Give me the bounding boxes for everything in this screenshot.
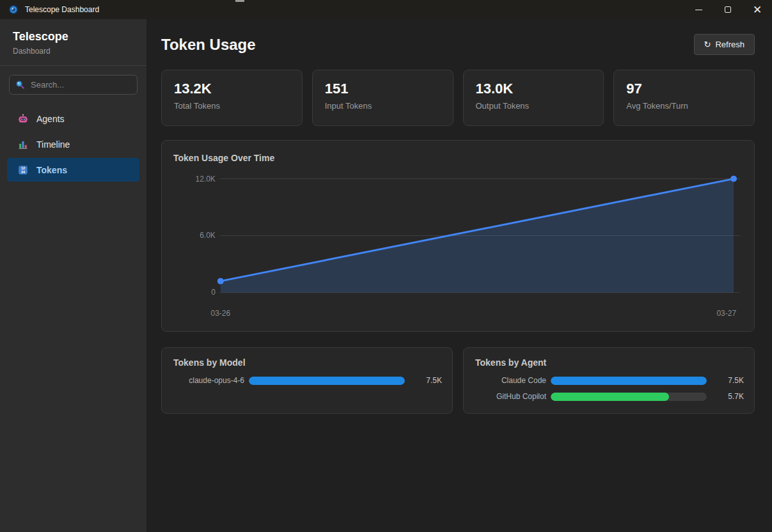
bar-label: claude-opus-4-6 [173, 376, 244, 385]
sidebar-item-timeline[interactable]: Timeline [7, 132, 139, 156]
bar-fill [551, 393, 669, 401]
app-name: Telescope [13, 30, 134, 43]
close-icon: ✕ [753, 4, 762, 15]
svg-text:6.0K: 6.0K [200, 231, 216, 240]
app-window: Telescope Dashboard ✕ Telescope Dashboar… [0, 0, 772, 532]
token-usage-chart: 06.0K12.0K03-2603-27 [162, 141, 754, 331]
stats-row: 13.2K Total Tokens 151 Input Tokens 13.0… [161, 70, 755, 126]
stat-label: Avg Tokens/Turn [626, 101, 742, 111]
stat-card-output-tokens: 13.0K Output Tokens [463, 70, 604, 126]
bar-track [551, 393, 707, 401]
window-title: Telescope Dashboard [25, 5, 99, 14]
maximize-icon [725, 6, 731, 13]
page-title: Token Usage [161, 36, 256, 54]
bar-label: Claude Code [475, 376, 546, 385]
minimize-icon [695, 10, 702, 10]
bar-value: 5.7K [707, 392, 744, 401]
refresh-label: Refresh [715, 40, 744, 49]
card-title: Tokens by Model [173, 357, 442, 368]
app-subtitle: Dashboard [13, 47, 134, 56]
minimize-button[interactable] [684, 0, 713, 19]
stat-card-avg-tokens-turn: 97 Avg Tokens/Turn [613, 70, 755, 126]
robot-icon [18, 114, 28, 124]
tokens-by-model-card: Tokens by Model claude-opus-4-6 7.5K [161, 347, 453, 414]
sidebar-item-agents[interactable]: Agents [7, 107, 139, 130]
stat-value: 97 [626, 81, 742, 97]
sidebar-nav: Agents Timeline 12 34 [0, 102, 146, 188]
tokens-by-agent-card: Tokens by Agent Claude Code 7.5K GitHub … [463, 347, 755, 414]
bar-row-github-copilot: GitHub Copilot 5.7K [475, 392, 744, 401]
bar-value: 7.5K [707, 376, 744, 385]
window-controls: ✕ [684, 0, 772, 19]
svg-text:34: 34 [21, 170, 26, 174]
main-content: Token Usage ↻ Refresh 13.2K Total Tokens… [146, 19, 772, 532]
bar-track [551, 377, 707, 385]
titlebar: Telescope Dashboard ✕ [0, 0, 772, 19]
stat-label: Total Tokens [174, 101, 290, 111]
bar-fill [249, 377, 405, 385]
sidebar-item-label: Agents [36, 114, 65, 124]
svg-text:12.0K: 12.0K [196, 175, 216, 184]
sidebar: Telescope Dashboard [0, 19, 146, 532]
token-usage-chart-card: Token Usage Over Time 06.0K12.0K03-2603-… [161, 140, 755, 332]
svg-text:0: 0 [211, 288, 216, 297]
card-title: Tokens by Agent [475, 357, 744, 368]
stat-value: 151 [325, 81, 441, 97]
stat-value: 13.0K [476, 81, 592, 97]
maximize-button[interactable] [713, 0, 743, 19]
bar-row-claude-code: Claude Code 7.5K [475, 376, 744, 385]
bar-fill [551, 377, 707, 385]
stat-card-input-tokens: 151 Input Tokens [312, 70, 453, 126]
refresh-icon: ↻ [704, 40, 711, 49]
sidebar-item-tokens[interactable]: 12 34 Tokens [7, 158, 139, 182]
bar-row-claude-opus: claude-opus-4-6 7.5K [173, 376, 442, 385]
telescope-app-icon [8, 4, 19, 15]
sidebar-item-label: Tokens [36, 165, 67, 175]
stat-label: Input Tokens [325, 101, 441, 111]
search-input[interactable] [29, 79, 131, 90]
bar-value: 7.5K [405, 376, 442, 385]
refresh-button[interactable]: ↻ Refresh [694, 34, 755, 55]
sidebar-item-label: Timeline [36, 139, 70, 150]
background-window-sliver [235, 0, 244, 2]
svg-text:03-26: 03-26 [210, 309, 230, 318]
search-icon [15, 80, 25, 90]
stat-card-total-tokens: 13.2K Total Tokens [161, 70, 303, 126]
sidebar-header: Telescope Dashboard [0, 19, 146, 66]
stat-label: Output Tokens [476, 101, 592, 111]
bar-label: GitHub Copilot [475, 392, 546, 401]
search-box[interactable] [9, 75, 138, 95]
input-numbers-icon: 12 34 [18, 165, 28, 175]
close-button[interactable]: ✕ [743, 0, 772, 19]
svg-text:03-27: 03-27 [716, 309, 736, 318]
bar-chart-icon [18, 139, 28, 150]
bar-track [249, 377, 405, 385]
stat-value: 13.2K [174, 81, 290, 97]
